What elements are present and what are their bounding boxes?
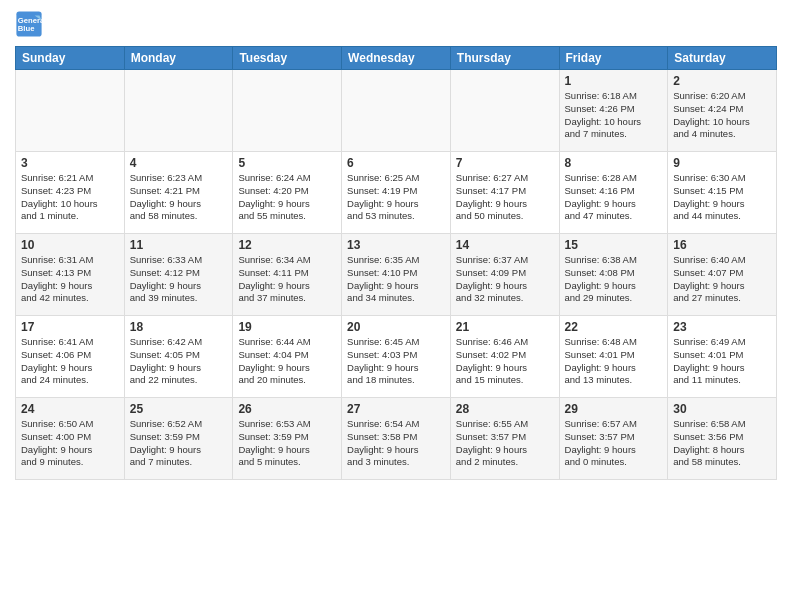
calendar-week-row: 17Sunrise: 6:41 AM Sunset: 4:06 PM Dayli… (16, 316, 777, 398)
day-info: Sunrise: 6:18 AM Sunset: 4:26 PM Dayligh… (565, 90, 663, 141)
day-number: 28 (456, 402, 554, 416)
calendar-table: SundayMondayTuesdayWednesdayThursdayFrid… (15, 46, 777, 480)
calendar-cell: 1Sunrise: 6:18 AM Sunset: 4:26 PM Daylig… (559, 70, 668, 152)
day-number: 29 (565, 402, 663, 416)
calendar-header-row: SundayMondayTuesdayWednesdayThursdayFrid… (16, 47, 777, 70)
day-info: Sunrise: 6:48 AM Sunset: 4:01 PM Dayligh… (565, 336, 663, 387)
day-info: Sunrise: 6:58 AM Sunset: 3:56 PM Dayligh… (673, 418, 771, 469)
calendar-cell: 16Sunrise: 6:40 AM Sunset: 4:07 PM Dayli… (668, 234, 777, 316)
calendar-cell: 11Sunrise: 6:33 AM Sunset: 4:12 PM Dayli… (124, 234, 233, 316)
day-number: 8 (565, 156, 663, 170)
calendar-cell: 15Sunrise: 6:38 AM Sunset: 4:08 PM Dayli… (559, 234, 668, 316)
day-number: 24 (21, 402, 119, 416)
logo-icon: General Blue (15, 10, 43, 38)
weekday-header-saturday: Saturday (668, 47, 777, 70)
day-info: Sunrise: 6:28 AM Sunset: 4:16 PM Dayligh… (565, 172, 663, 223)
page-header: General Blue (15, 10, 777, 38)
day-number: 25 (130, 402, 228, 416)
calendar-cell: 8Sunrise: 6:28 AM Sunset: 4:16 PM Daylig… (559, 152, 668, 234)
calendar-cell: 6Sunrise: 6:25 AM Sunset: 4:19 PM Daylig… (342, 152, 451, 234)
day-number: 19 (238, 320, 336, 334)
weekday-header-sunday: Sunday (16, 47, 125, 70)
calendar-cell (450, 70, 559, 152)
day-info: Sunrise: 6:45 AM Sunset: 4:03 PM Dayligh… (347, 336, 445, 387)
day-info: Sunrise: 6:23 AM Sunset: 4:21 PM Dayligh… (130, 172, 228, 223)
calendar-week-row: 24Sunrise: 6:50 AM Sunset: 4:00 PM Dayli… (16, 398, 777, 480)
weekday-header-wednesday: Wednesday (342, 47, 451, 70)
day-number: 30 (673, 402, 771, 416)
day-info: Sunrise: 6:52 AM Sunset: 3:59 PM Dayligh… (130, 418, 228, 469)
day-number: 6 (347, 156, 445, 170)
day-number: 11 (130, 238, 228, 252)
weekday-header-monday: Monday (124, 47, 233, 70)
calendar-week-row: 3Sunrise: 6:21 AM Sunset: 4:23 PM Daylig… (16, 152, 777, 234)
day-info: Sunrise: 6:27 AM Sunset: 4:17 PM Dayligh… (456, 172, 554, 223)
calendar-cell (233, 70, 342, 152)
svg-text:Blue: Blue (18, 24, 35, 33)
day-number: 14 (456, 238, 554, 252)
day-number: 3 (21, 156, 119, 170)
day-number: 17 (21, 320, 119, 334)
calendar-cell: 13Sunrise: 6:35 AM Sunset: 4:10 PM Dayli… (342, 234, 451, 316)
day-number: 12 (238, 238, 336, 252)
calendar-cell: 25Sunrise: 6:52 AM Sunset: 3:59 PM Dayli… (124, 398, 233, 480)
calendar-cell: 14Sunrise: 6:37 AM Sunset: 4:09 PM Dayli… (450, 234, 559, 316)
calendar-cell: 5Sunrise: 6:24 AM Sunset: 4:20 PM Daylig… (233, 152, 342, 234)
calendar-cell: 12Sunrise: 6:34 AM Sunset: 4:11 PM Dayli… (233, 234, 342, 316)
day-number: 5 (238, 156, 336, 170)
calendar-cell: 22Sunrise: 6:48 AM Sunset: 4:01 PM Dayli… (559, 316, 668, 398)
day-number: 23 (673, 320, 771, 334)
calendar-week-row: 10Sunrise: 6:31 AM Sunset: 4:13 PM Dayli… (16, 234, 777, 316)
day-info: Sunrise: 6:31 AM Sunset: 4:13 PM Dayligh… (21, 254, 119, 305)
calendar-cell: 17Sunrise: 6:41 AM Sunset: 4:06 PM Dayli… (16, 316, 125, 398)
calendar-cell: 20Sunrise: 6:45 AM Sunset: 4:03 PM Dayli… (342, 316, 451, 398)
calendar-cell: 3Sunrise: 6:21 AM Sunset: 4:23 PM Daylig… (16, 152, 125, 234)
day-info: Sunrise: 6:49 AM Sunset: 4:01 PM Dayligh… (673, 336, 771, 387)
calendar-cell: 26Sunrise: 6:53 AM Sunset: 3:59 PM Dayli… (233, 398, 342, 480)
calendar-cell: 4Sunrise: 6:23 AM Sunset: 4:21 PM Daylig… (124, 152, 233, 234)
weekday-header-friday: Friday (559, 47, 668, 70)
day-info: Sunrise: 6:54 AM Sunset: 3:58 PM Dayligh… (347, 418, 445, 469)
calendar-cell (124, 70, 233, 152)
calendar-cell: 30Sunrise: 6:58 AM Sunset: 3:56 PM Dayli… (668, 398, 777, 480)
day-number: 26 (238, 402, 336, 416)
day-number: 16 (673, 238, 771, 252)
day-number: 22 (565, 320, 663, 334)
calendar-cell: 28Sunrise: 6:55 AM Sunset: 3:57 PM Dayli… (450, 398, 559, 480)
day-info: Sunrise: 6:37 AM Sunset: 4:09 PM Dayligh… (456, 254, 554, 305)
day-number: 7 (456, 156, 554, 170)
calendar-cell: 10Sunrise: 6:31 AM Sunset: 4:13 PM Dayli… (16, 234, 125, 316)
logo: General Blue (15, 10, 47, 38)
calendar-cell: 19Sunrise: 6:44 AM Sunset: 4:04 PM Dayli… (233, 316, 342, 398)
day-info: Sunrise: 6:50 AM Sunset: 4:00 PM Dayligh… (21, 418, 119, 469)
day-number: 27 (347, 402, 445, 416)
day-number: 9 (673, 156, 771, 170)
day-info: Sunrise: 6:33 AM Sunset: 4:12 PM Dayligh… (130, 254, 228, 305)
day-info: Sunrise: 6:20 AM Sunset: 4:24 PM Dayligh… (673, 90, 771, 141)
calendar-cell: 21Sunrise: 6:46 AM Sunset: 4:02 PM Dayli… (450, 316, 559, 398)
day-info: Sunrise: 6:38 AM Sunset: 4:08 PM Dayligh… (565, 254, 663, 305)
day-number: 21 (456, 320, 554, 334)
day-number: 10 (21, 238, 119, 252)
day-number: 20 (347, 320, 445, 334)
calendar-cell: 7Sunrise: 6:27 AM Sunset: 4:17 PM Daylig… (450, 152, 559, 234)
calendar-cell: 27Sunrise: 6:54 AM Sunset: 3:58 PM Dayli… (342, 398, 451, 480)
day-number: 13 (347, 238, 445, 252)
day-info: Sunrise: 6:41 AM Sunset: 4:06 PM Dayligh… (21, 336, 119, 387)
day-info: Sunrise: 6:46 AM Sunset: 4:02 PM Dayligh… (456, 336, 554, 387)
day-info: Sunrise: 6:24 AM Sunset: 4:20 PM Dayligh… (238, 172, 336, 223)
calendar-cell: 9Sunrise: 6:30 AM Sunset: 4:15 PM Daylig… (668, 152, 777, 234)
day-number: 2 (673, 74, 771, 88)
calendar-week-row: 1Sunrise: 6:18 AM Sunset: 4:26 PM Daylig… (16, 70, 777, 152)
day-info: Sunrise: 6:40 AM Sunset: 4:07 PM Dayligh… (673, 254, 771, 305)
day-number: 4 (130, 156, 228, 170)
day-number: 1 (565, 74, 663, 88)
day-info: Sunrise: 6:30 AM Sunset: 4:15 PM Dayligh… (673, 172, 771, 223)
calendar-cell: 23Sunrise: 6:49 AM Sunset: 4:01 PM Dayli… (668, 316, 777, 398)
day-info: Sunrise: 6:53 AM Sunset: 3:59 PM Dayligh… (238, 418, 336, 469)
day-info: Sunrise: 6:34 AM Sunset: 4:11 PM Dayligh… (238, 254, 336, 305)
calendar-cell: 2Sunrise: 6:20 AM Sunset: 4:24 PM Daylig… (668, 70, 777, 152)
calendar-cell: 18Sunrise: 6:42 AM Sunset: 4:05 PM Dayli… (124, 316, 233, 398)
day-info: Sunrise: 6:25 AM Sunset: 4:19 PM Dayligh… (347, 172, 445, 223)
day-info: Sunrise: 6:44 AM Sunset: 4:04 PM Dayligh… (238, 336, 336, 387)
